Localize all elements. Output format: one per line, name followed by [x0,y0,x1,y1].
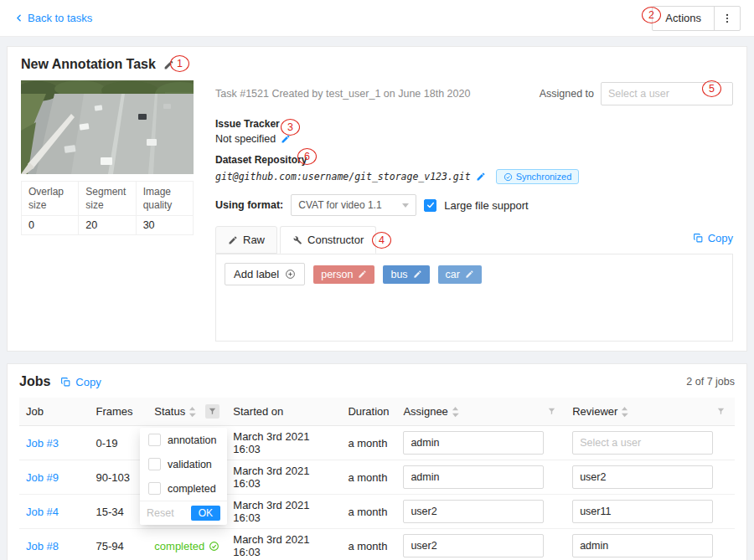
status-completed-label: completed [154,540,204,552]
frames-value: 15-34 [96,506,123,518]
filter-option-completed[interactable]: completed [140,476,227,501]
assignee-input[interactable] [403,465,544,489]
column-started-on: Started on [233,405,283,418]
tab-constructor[interactable]: Constructor [280,226,376,254]
repository-url: git@github.com:username/git_storage_v123… [215,171,471,182]
filter-ok-button[interactable]: OK [191,506,220,521]
reviewer-input[interactable] [572,431,713,455]
assignee-input[interactable] [403,500,544,523]
table-row: Job #9 90-103 March 3rd 2021 16:03 a mon… [19,460,735,495]
format-select-value: CVAT for video 1.1 [298,199,381,211]
frames-value: 75-94 [96,540,123,552]
reviewer-input[interactable] [572,500,713,523]
check-circle-icon [209,541,219,552]
filter-option-label: annotation [168,434,216,446]
sort-status-control[interactable] [188,406,196,418]
dataset-repository-label: Dataset Repository [215,154,733,166]
started-value: March 3rd 2021 16:03 [233,533,309,558]
sort-reviewer-control[interactable] [621,406,628,418]
task-details-card: New Annotation Task [7,46,747,352]
status-filter-dropdown: annotation validation completed Reset OK [140,428,227,525]
sort-assignee-control[interactable] [452,406,459,418]
column-job: Job [26,405,44,418]
labels-copy-button[interactable]: Copy [693,232,733,244]
task-preview-image [21,80,194,174]
jobs-copy-label: Copy [75,376,101,388]
actions-button-label[interactable]: Actions [653,7,715,30]
param-value: 0 [22,216,79,235]
top-bar: Back to tasks Actions [0,0,754,37]
reviewer-input[interactable] [572,465,713,489]
column-assignee: Assignee [403,405,447,418]
duration-value: a month [348,540,387,552]
plus-circle-icon [285,269,296,280]
chevron-left-icon [13,13,24,23]
jobs-copy-button[interactable]: Copy [60,376,101,388]
label-tag: car [438,265,482,284]
reviewer-filter-funnel-icon[interactable] [714,404,728,419]
jobs-card: Jobs Copy 2 of 7 jobs Job Frames Status [7,363,747,560]
column-reviewer: Reviewer [572,405,617,418]
assignee-input[interactable] [403,431,544,455]
kebab-menu-icon[interactable] [715,7,740,30]
filter-option-annotation[interactable]: annotation [140,428,227,452]
filter-reset-button[interactable]: Reset [147,507,174,519]
label-tag: person [313,265,374,284]
label-constructor-panel: Add label person bus [215,254,733,342]
assignee-filter-funnel-icon[interactable] [545,404,559,419]
tab-constructor-label: Constructor [307,234,364,246]
using-format-label: Using format: [215,199,283,211]
job-link[interactable]: Job #8 [26,540,59,552]
issue-tracker-value: Not specified [215,133,276,145]
edit-repository-pencil-icon[interactable] [476,172,486,182]
add-label-button[interactable]: Add label [225,263,305,285]
assigned-to-label: Assigned to [540,88,594,100]
job-link[interactable]: Job #3 [26,437,59,450]
started-value: March 3rd 2021 16:03 [233,465,309,490]
sync-status-badge: Synchronized [496,169,580,184]
tool-icon [292,235,302,245]
label-tag: bus [383,265,429,284]
edit-label-pencil-icon[interactable] [358,270,367,279]
filter-option-validation[interactable]: validation [140,452,227,476]
table-header-row: Job Frames Status Started on Duration [19,398,735,426]
job-link[interactable]: Job #9 [26,471,59,484]
jobs-count: 2 of 7 jobs [686,376,735,388]
jobs-table: Job Frames Status Started on Duration [19,398,735,560]
tab-raw-label: Raw [243,234,265,246]
annotation-circle-6: 6 [297,148,317,165]
back-to-tasks-link[interactable]: Back to tasks [13,12,92,24]
started-value: March 3rd 2021 16:03 [233,499,309,524]
status-value: completed [154,540,219,552]
label-tag-name: car [446,269,460,280]
annotation-checkbox[interactable] [148,434,161,446]
format-select[interactable]: CVAT for video 1.1 [291,194,416,216]
completed-checkbox[interactable] [148,482,161,495]
status-filter-funnel-icon[interactable] [205,404,219,419]
param-value: 20 [79,216,136,235]
add-label-button-label: Add label [234,268,279,280]
job-link[interactable]: Job #4 [26,506,59,518]
assignee-input[interactable] [403,534,544,557]
edit-label-pencil-icon[interactable] [413,270,422,279]
param-header: Overlap size [22,182,79,216]
sync-status-badge-label: Synchronized [516,172,572,182]
validation-checkbox[interactable] [148,458,161,470]
duration-value: a month [348,437,387,450]
frames-value: 0-19 [96,437,117,450]
table-row: Job #3 0-19 March 3rd 2021 16:03 a month [19,426,735,460]
large-file-support-checkbox[interactable] [424,199,436,212]
labels-copy-label: Copy [708,232,733,244]
actions-button[interactable]: Actions [652,6,741,31]
annotation-circle-2: 2 [642,7,661,23]
task-title: New Annotation Task [21,57,156,72]
param-header: Image quality [136,182,193,216]
filter-option-label: validation [168,459,212,470]
tab-raw[interactable]: Raw [215,226,277,254]
edit-label-pencil-icon[interactable] [465,270,474,279]
label-tag-name: person [321,269,353,280]
duration-value: a month [348,506,387,518]
reviewer-input[interactable] [572,534,713,557]
column-frames: Frames [96,405,132,418]
label-tag-name: bus [390,269,407,280]
